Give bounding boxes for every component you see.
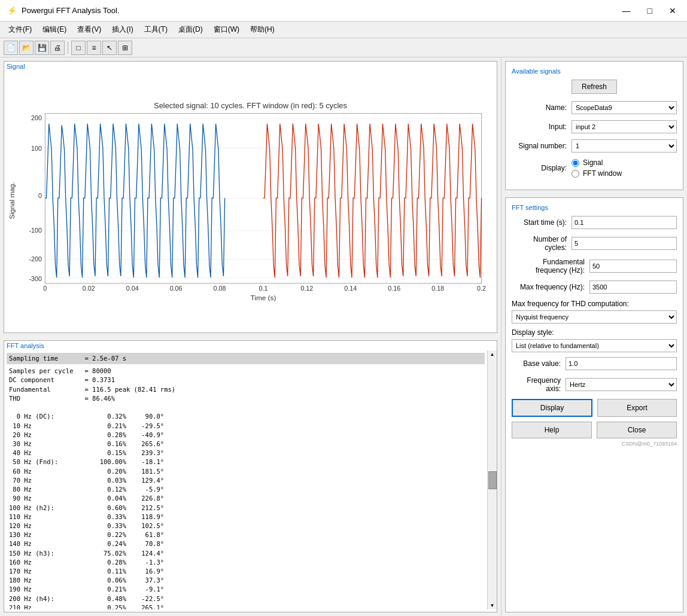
new-button[interactable]: 📄: [4, 41, 18, 55]
radio-fft-window-input[interactable]: [572, 170, 579, 178]
scroll-thumb[interactable]: [488, 471, 497, 489]
max-freq-thd-section: Max frequency for THD computation: Nyqui…: [512, 300, 677, 324]
fund-freq-row: Fundamental frequency (Hz):: [512, 258, 677, 275]
ytick-200: 200: [31, 114, 42, 121]
fft-scrollbar[interactable]: ▲ ▼: [487, 350, 497, 609]
ytick-0: 0: [38, 192, 42, 199]
input-select[interactable]: input 1 input 2 input 3: [572, 120, 677, 133]
close-button[interactable]: Close: [597, 422, 677, 438]
base-value-input[interactable]: [566, 357, 677, 370]
menu-window[interactable]: 窗口(W): [209, 23, 244, 36]
minimize-button[interactable]: —: [619, 5, 634, 17]
signal-chart-area: Selected signal: 10 cycles. FFT window (…: [4, 71, 497, 330]
refresh-button[interactable]: Refresh: [572, 80, 617, 94]
toolbar: 📄 📂 💾 🖨 □ ≡ ↖ ⊞: [0, 38, 687, 57]
menu-view[interactable]: 查看(V): [72, 23, 106, 36]
display-style-section: Display style: List (relative to fundame…: [512, 328, 677, 352]
ytick-n100: -100: [29, 227, 42, 234]
name-select[interactable]: ScopeData9: [572, 101, 677, 114]
fft-text-area[interactable]: Sampling time = 2.5e-07 s Samples per cy…: [4, 350, 497, 609]
display-button[interactable]: Display: [512, 399, 592, 417]
print-button[interactable]: 🖨: [50, 41, 65, 55]
display-style-select[interactable]: List (relative to fundamental) Bar (rela…: [512, 339, 677, 352]
max-freq-label: Max frequency (Hz):: [512, 283, 589, 291]
fft-data: Sampling time = 2.5e-07 s: [7, 353, 485, 364]
base-value-row: Base value:: [512, 357, 677, 370]
signal-number-select[interactable]: 1 2 3: [572, 139, 677, 153]
fft-analysis-panel: FFT analysis Sampling time = 2.5e-07 s S…: [4, 340, 497, 612]
num-cycles-label: Number of cycles:: [512, 235, 572, 252]
xtick-0: 0: [43, 285, 47, 292]
fft-panel-title: FFT analysis: [4, 341, 497, 350]
close-button[interactable]: ✕: [665, 5, 680, 17]
xtick-016: 0.16: [388, 285, 400, 292]
freq-axis-select[interactable]: Hertz Harmonic order: [566, 378, 677, 391]
start-time-input[interactable]: [572, 216, 677, 229]
max-freq-thd-select[interactable]: Nyquist frequency Max frequency: [512, 310, 677, 324]
radio-fft-window[interactable]: FFT window: [572, 169, 677, 178]
menu-help[interactable]: 帮助(H): [245, 23, 279, 36]
tool-3[interactable]: ↖: [102, 41, 117, 55]
ytick-100: 100: [31, 145, 42, 152]
xtick-018: 0.18: [431, 285, 444, 292]
export-button[interactable]: Export: [597, 399, 677, 417]
maximize-button[interactable]: □: [644, 5, 656, 17]
scroll-up-arrow[interactable]: ▲: [489, 350, 496, 358]
radio-signal-input[interactable]: [572, 159, 579, 167]
xtick-004: 0.04: [126, 285, 139, 292]
menu-bar: 文件(F) 编辑(E) 查看(V) 插入(I) 工具(T) 桌面(D) 窗口(W…: [0, 22, 687, 38]
display-radio-group: Signal FFT window: [572, 158, 677, 178]
max-freq-thd-label: Max frequency for THD computation:: [512, 300, 677, 308]
left-panel: Signal Selected signal: 10 cycles. FFT w…: [0, 57, 501, 616]
freq-axis-label: Frequency axis:: [512, 376, 566, 393]
base-value-label: Base value:: [512, 359, 566, 368]
signal-number-label: Signal number:: [512, 142, 572, 150]
radio-signal[interactable]: Signal: [572, 158, 677, 167]
xtick-01: 0.1: [259, 285, 267, 292]
signal-panel: Signal Selected signal: 10 cycles. FFT w…: [4, 61, 497, 333]
xtick-014: 0.14: [344, 285, 357, 292]
x-axis-label: Time (s): [251, 294, 276, 301]
main-layout: Signal Selected signal: 10 cycles. FFT w…: [0, 57, 687, 616]
input-row: Input: input 1 input 2 input 3: [512, 120, 677, 133]
radio-fft-window-label: FFT window: [583, 169, 622, 178]
chart-title: Selected signal: 10 cycles. FFT window (…: [154, 101, 347, 110]
available-signals-panel: Available signals Refresh Name: ScopeDat…: [505, 61, 683, 190]
input-label: Input:: [512, 123, 572, 131]
open-button[interactable]: 📂: [19, 41, 34, 55]
num-cycles-input[interactable]: [572, 237, 677, 250]
save-button[interactable]: 💾: [35, 41, 49, 55]
freq-axis-row: Frequency axis: Hertz Harmonic order: [512, 376, 677, 393]
display-style-label: Display style:: [512, 328, 677, 337]
signal-chart-svg: Selected signal: 10 cycles. FFT window (…: [7, 74, 494, 328]
radio-signal-label: Signal: [583, 158, 603, 167]
tool-4[interactable]: ⊞: [118, 41, 132, 55]
num-cycles-row: Number of cycles:: [512, 235, 677, 252]
xtick-008: 0.08: [214, 285, 226, 292]
menu-desktop[interactable]: 桌面(D): [174, 23, 208, 36]
display-row: Display: Signal FFT window: [512, 158, 677, 178]
xtick-002: 0.02: [83, 285, 95, 292]
xtick-012: 0.12: [300, 285, 313, 292]
menu-tools[interactable]: 工具(T): [139, 23, 172, 36]
signal-panel-title: Signal: [4, 62, 497, 71]
action-row-1: Display Export: [512, 399, 677, 417]
tool-2[interactable]: ≡: [87, 41, 101, 55]
menu-edit[interactable]: 编辑(E): [38, 23, 71, 36]
start-time-label: Start time (s):: [512, 218, 572, 227]
fund-freq-input[interactable]: [589, 260, 677, 273]
name-row: Name: ScopeData9: [512, 101, 677, 114]
scroll-down-arrow[interactable]: ▼: [489, 602, 496, 609]
toolbar-separator-1: [68, 42, 68, 54]
help-button[interactable]: Help: [512, 422, 592, 438]
app-title: Powergui FFT Analysis Tool.: [22, 6, 120, 15]
start-time-row: Start time (s):: [512, 216, 677, 229]
tool-1[interactable]: □: [71, 41, 86, 55]
xtick-006: 0.06: [170, 285, 183, 292]
menu-insert[interactable]: 插入(I): [107, 23, 138, 36]
ytick-n200: -200: [29, 255, 42, 263]
fft-settings-title: FFT settings: [512, 204, 677, 211]
max-freq-input[interactable]: [589, 280, 677, 294]
menu-file[interactable]: 文件(F): [4, 23, 37, 36]
fft-settings-panel: FFT settings Start time (s): Number of c…: [505, 197, 683, 612]
